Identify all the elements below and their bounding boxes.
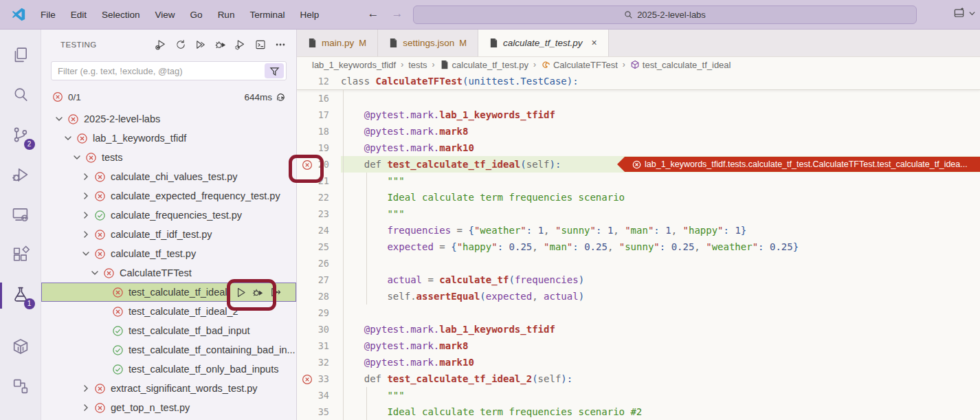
tab-settings.json[interactable]: settings.jsonM — [378, 30, 478, 56]
command-center-search[interactable]: 2025-2-level-labs — [413, 5, 917, 24]
test-tree-item-test-calculate-tf-bad-input[interactable]: test_calculate_tf_bad_input — [41, 321, 296, 340]
run-all-tests-button[interactable] — [193, 37, 208, 52]
code-line-32[interactable]: 32 @pytest.mark.mark10 — [297, 354, 980, 371]
code-line-20[interactable]: 20 def test_calculate_tf_ideal(self):lab… — [297, 156, 980, 173]
breadcrumb-item-CalculateTFTest[interactable]: CalculateTFTest — [541, 60, 618, 70]
refresh-tests-button[interactable] — [173, 37, 188, 52]
test-tree-item-2025-2-level-labs[interactable]: 2025-2-level-labs — [41, 109, 296, 129]
test-fail-icon — [94, 402, 106, 414]
rerun-icon[interactable] — [275, 91, 287, 103]
test-failed-gutter-icon[interactable] — [302, 373, 313, 384]
breadcrumb-item-tests[interactable]: tests — [408, 60, 427, 70]
menu-view[interactable]: View — [148, 6, 183, 23]
test-error-decoration[interactable]: lab_1_keywords_tfidf.tests.calculate_tf_… — [617, 157, 980, 172]
activity-item-testing[interactable]: 1 — [0, 276, 41, 316]
code-line-21[interactable]: 21 """ — [297, 173, 980, 189]
activity-item-search[interactable] — [0, 76, 41, 116]
run-with-coverage-button[interactable] — [233, 37, 248, 52]
code-line-18[interactable]: 18 @pytest.mark.mark8 — [297, 123, 980, 140]
menu-file[interactable]: File — [33, 6, 63, 23]
test-fail-icon — [94, 229, 106, 241]
menu-selection[interactable]: Selection — [94, 6, 148, 23]
menu-edit[interactable]: Edit — [63, 6, 94, 23]
activity-item-symbols[interactable] — [0, 368, 41, 408]
test-tree-item-lab-1-keywords-tfidf[interactable]: lab_1_keywords_tfidf — [41, 129, 296, 148]
code-line-19[interactable]: 19 @pytest.mark.mark10 — [297, 140, 980, 156]
chevron-right-icon[interactable] — [80, 229, 91, 240]
activity-item-remote-explorer[interactable] — [0, 196, 41, 236]
filter-options-button[interactable] — [265, 63, 284, 78]
test-fail-icon — [94, 190, 106, 202]
chevron-right-icon[interactable] — [80, 171, 91, 182]
title-bar: FileEditSelectionViewGoRunTerminalHelp ←… — [0, 0, 980, 30]
code-line-31[interactable]: 31 @pytest.mark.mark8 — [297, 338, 980, 354]
close-tab-icon[interactable]: × — [592, 37, 597, 48]
back-arrow-icon[interactable]: ← — [365, 7, 381, 21]
test-tree-item[interactable] — [41, 417, 296, 420]
rerun-failed-tests-button[interactable] — [153, 37, 168, 52]
line-number: 22 — [297, 189, 341, 206]
chevron-right-icon[interactable] — [80, 210, 91, 221]
more-actions-button[interactable] — [273, 37, 288, 52]
code-line-23[interactable]: 23 """ — [297, 206, 980, 222]
tab-main.py[interactable]: main.pyM — [297, 30, 378, 56]
test-tree-item-test-calculate-tf-containing-bad-in-[interactable]: test_calculate_tf_containing_bad_in... — [41, 340, 296, 360]
debug-all-tests-button[interactable] — [213, 37, 228, 52]
activity-item-source-control[interactable]: 2 — [0, 116, 41, 156]
code-line-16[interactable]: 16 — [297, 90, 980, 107]
code-line-35[interactable]: 35 Ideal calculate term frequencies scen… — [297, 404, 980, 420]
code-line-28[interactable]: 28 self.assertEqual(expected, actual) — [297, 288, 980, 305]
test-tree-item-calculate-tf-test-py[interactable]: calculate_tf_test.py — [41, 244, 296, 263]
test-tree-item-get-top-n-test-py[interactable]: get_top_n_test.py — [41, 398, 296, 417]
menu-run[interactable]: Run — [210, 6, 243, 23]
test-tree-item-extract-significant-words-test-py[interactable]: extract_significant_words_test.py — [41, 379, 296, 398]
tree-item-label: 2025-2-level-labs — [84, 113, 160, 124]
show-output-button[interactable] — [253, 37, 268, 52]
forward-arrow-icon[interactable]: → — [389, 7, 405, 21]
chevron-down-icon[interactable] — [63, 133, 74, 144]
layout-controls[interactable] — [953, 7, 976, 20]
code-line-33[interactable]: 33 def test_calculate_tf_ideal_2(self): — [297, 371, 980, 387]
line-number: 16 — [297, 90, 341, 107]
code-line-22[interactable]: 22 Ideal calculate term frequencies scen… — [297, 189, 980, 206]
code-editor[interactable]: 12class CalculateTFTest(unittest.TestCas… — [297, 73, 980, 420]
chevron-down-icon[interactable] — [80, 248, 91, 259]
activity-item-containers[interactable] — [0, 328, 41, 368]
code-line-29[interactable]: 29 — [297, 305, 980, 321]
test-tree-item-tests[interactable]: tests — [41, 148, 296, 167]
test-filter-box[interactable] — [51, 61, 287, 80]
test-tree-item-calculate-frequencies-test-py[interactable]: calculate_frequencies_test.py — [41, 206, 296, 225]
menu-terminal[interactable]: Terminal — [242, 6, 292, 23]
code-line-27[interactable]: 27 actual = calculate_tf(frequencies) — [297, 272, 980, 288]
breadcrumb-item-calculate_tf_test.py[interactable]: calculate_tf_test.py — [440, 60, 528, 70]
tab-calculate_tf_test.py[interactable]: calculate_tf_test.py× — [478, 30, 609, 56]
test-tree: 2025-2-level-labslab_1_keywords_tfidftes… — [41, 108, 296, 420]
tree-item-label: test_calculate_tf_only_bad_inputs — [129, 364, 278, 375]
test-tree-item-calculate-chi-values-test-py[interactable]: calculate_chi_values_test.py — [41, 167, 296, 186]
code-line-25[interactable]: 25 expected = {"happy": 0.25, "man": 0.2… — [297, 239, 980, 255]
chevron-down-icon[interactable] — [89, 267, 100, 278]
chevron-down-icon[interactable] — [71, 152, 82, 163]
breadcrumb-item-lab_1_keywords_tfidf[interactable]: lab_1_keywords_tfidf — [312, 60, 396, 70]
code-line-34[interactable]: 34 """ — [297, 387, 980, 404]
test-filter-input[interactable] — [58, 66, 265, 76]
chevron-right-icon[interactable] — [80, 190, 91, 201]
code-line-30[interactable]: 30 @pytest.mark.lab_1_keywords_tfidf — [297, 321, 980, 338]
menu-help[interactable]: Help — [292, 6, 326, 23]
test-tree-item-test-calculate-tf-only-bad-inputs[interactable]: test_calculate_tf_only_bad_inputs — [41, 360, 296, 379]
chevron-right-icon[interactable] — [80, 383, 91, 394]
test-tree-item-calculate-tf-idf-test-py[interactable]: calculate_tf_idf_test.py — [41, 225, 296, 244]
test-pass-icon — [112, 325, 124, 337]
code-line-24[interactable]: 24 frequencies = {"weather": 1, "sunny":… — [297, 222, 980, 239]
code-line-17[interactable]: 17 @pytest.mark.lab_1_keywords_tfidf — [297, 107, 980, 123]
chevron-down-icon[interactable] — [54, 113, 65, 124]
chevron-right-icon[interactable] — [80, 402, 91, 413]
activity-item-explorer[interactable] — [0, 36, 41, 76]
breadcrumb-item-test_calculate_tf_ideal[interactable]: test_calculate_tf_ideal — [630, 60, 731, 70]
activity-item-run-debug[interactable] — [0, 156, 41, 196]
sticky-scroll-line[interactable]: 12class CalculateTFTest(unittest.TestCas… — [297, 73, 980, 90]
code-line-26[interactable]: 26 — [297, 255, 980, 272]
activity-item-extensions[interactable] — [0, 236, 41, 276]
menu-go[interactable]: Go — [183, 6, 210, 23]
test-tree-item-calculate-expected-frequency-test-py[interactable]: calculate_expected_frequency_test.py — [41, 186, 296, 206]
